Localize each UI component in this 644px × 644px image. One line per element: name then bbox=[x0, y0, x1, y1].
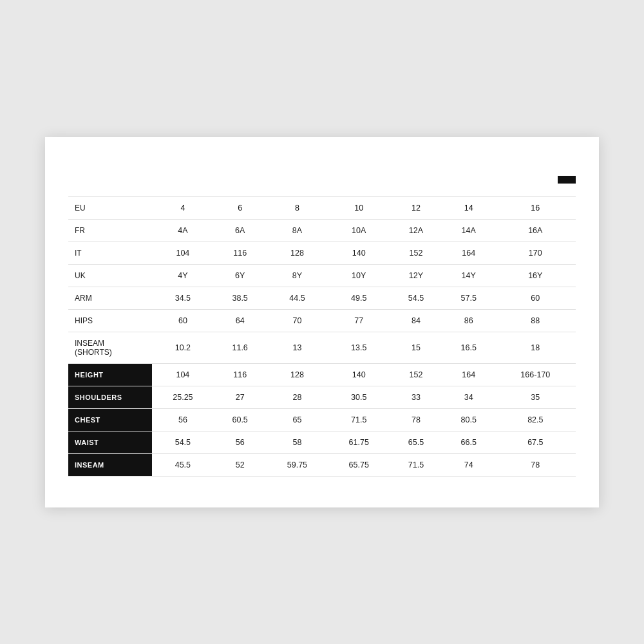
table-cell: 34 bbox=[442, 386, 495, 408]
table-cell: 60.5 bbox=[214, 408, 267, 431]
table-cell: 60 bbox=[152, 309, 214, 332]
table-row: FR4A6A8A10A12A14A16A bbox=[68, 219, 576, 242]
modal-overlay: EU46810121416 FR4A6A8A10A12A14A16AIT1041… bbox=[0, 0, 644, 644]
subheader bbox=[68, 176, 576, 184]
table-cell: 166-170 bbox=[495, 363, 576, 386]
table-row: INSEAM(SHORTS)10.211.61313.51516.518 bbox=[68, 332, 576, 363]
table-cell: 10A bbox=[328, 219, 390, 242]
table-cell: 116 bbox=[214, 363, 267, 386]
table-cell: 61.75 bbox=[328, 431, 390, 453]
unit-toggle-button[interactable] bbox=[558, 176, 576, 184]
table-cell: 8A bbox=[267, 219, 328, 242]
table-cell: 6A bbox=[214, 219, 267, 242]
table-header-size: 4 bbox=[152, 196, 214, 219]
row-label-cell: HEIGHT bbox=[68, 363, 152, 386]
table-header-size: 10 bbox=[328, 196, 390, 219]
table-cell: 74 bbox=[442, 453, 495, 476]
table-cell: 84 bbox=[390, 309, 442, 332]
row-label-cell: IT bbox=[68, 242, 152, 264]
table-cell: 58 bbox=[267, 431, 328, 453]
row-label-cell: CHEST bbox=[68, 408, 152, 431]
table-header-label: EU bbox=[68, 196, 152, 219]
table-cell: 78 bbox=[495, 453, 576, 476]
table-row: ARM34.538.544.549.554.557.560 bbox=[68, 287, 576, 309]
table-cell: 10.2 bbox=[152, 332, 214, 363]
table-row: WAIST54.5565861.7565.566.567.5 bbox=[68, 431, 576, 453]
table-cell: 10Y bbox=[328, 264, 390, 287]
table-row: SHOULDERS25.25272830.5333435 bbox=[68, 386, 576, 408]
table-row: HIPS60647077848688 bbox=[68, 309, 576, 332]
table-cell: 164 bbox=[442, 242, 495, 264]
table-cell: 14A bbox=[442, 219, 495, 242]
table-cell: 33 bbox=[390, 386, 442, 408]
table-cell: 128 bbox=[267, 242, 328, 264]
table-cell: 170 bbox=[495, 242, 576, 264]
table-cell: 45.5 bbox=[152, 453, 214, 476]
table-cell: 30.5 bbox=[328, 386, 390, 408]
table-cell: 71.5 bbox=[390, 453, 442, 476]
table-cell: 18 bbox=[495, 332, 576, 363]
table-cell: 13.5 bbox=[328, 332, 390, 363]
table-cell: 34.5 bbox=[152, 287, 214, 309]
table-cell: 88 bbox=[495, 309, 576, 332]
table-cell: 8Y bbox=[267, 264, 328, 287]
table-cell: 152 bbox=[390, 363, 442, 386]
table-header-size: 6 bbox=[214, 196, 267, 219]
table-cell: 14Y bbox=[442, 264, 495, 287]
row-label-cell: FR bbox=[68, 219, 152, 242]
table-cell: 70 bbox=[267, 309, 328, 332]
table-cell: 12Y bbox=[390, 264, 442, 287]
table-cell: 67.5 bbox=[495, 431, 576, 453]
table-cell: 57.5 bbox=[442, 287, 495, 309]
table-cell: 4Y bbox=[152, 264, 214, 287]
table-cell: 12A bbox=[390, 219, 442, 242]
table-cell: 38.5 bbox=[214, 287, 267, 309]
table-cell: 64 bbox=[214, 309, 267, 332]
table-cell: 71.5 bbox=[328, 408, 390, 431]
table-header-size: 12 bbox=[390, 196, 442, 219]
table-cell: 65.75 bbox=[328, 453, 390, 476]
table-header-size: 14 bbox=[442, 196, 495, 219]
table-cell: 11.6 bbox=[214, 332, 267, 363]
table-cell: 13 bbox=[267, 332, 328, 363]
table-cell: 27 bbox=[214, 386, 267, 408]
row-label-cell: SHOULDERS bbox=[68, 386, 152, 408]
table-row: UK4Y6Y8Y10Y12Y14Y16Y bbox=[68, 264, 576, 287]
table-cell: 60 bbox=[495, 287, 576, 309]
table-cell: 44.5 bbox=[267, 287, 328, 309]
table-cell: 140 bbox=[328, 363, 390, 386]
size-guide-modal: EU46810121416 FR4A6A8A10A12A14A16AIT1041… bbox=[45, 137, 599, 507]
table-cell: 28 bbox=[267, 386, 328, 408]
table-row: INSEAM45.55259.7565.7571.57478 bbox=[68, 453, 576, 476]
row-label-cell: UK bbox=[68, 264, 152, 287]
table-cell: 128 bbox=[267, 363, 328, 386]
row-label-cell: HIPS bbox=[68, 309, 152, 332]
table-cell: 78 bbox=[390, 408, 442, 431]
table-cell: 65 bbox=[267, 408, 328, 431]
table-cell: 80.5 bbox=[442, 408, 495, 431]
table-cell: 104 bbox=[152, 242, 214, 264]
table-header-size: 8 bbox=[267, 196, 328, 219]
table-cell: 56 bbox=[214, 431, 267, 453]
row-label-cell: WAIST bbox=[68, 431, 152, 453]
table-cell: 59.75 bbox=[267, 453, 328, 476]
table-cell: 65.5 bbox=[390, 431, 442, 453]
table-cell: 140 bbox=[328, 242, 390, 264]
table-cell: 4A bbox=[152, 219, 214, 242]
table-cell: 56 bbox=[152, 408, 214, 431]
row-label-cell: INSEAM bbox=[68, 453, 152, 476]
table-cell: 16Y bbox=[495, 264, 576, 287]
table-cell: 152 bbox=[390, 242, 442, 264]
table-cell: 54.5 bbox=[152, 431, 214, 453]
table-cell: 77 bbox=[328, 309, 390, 332]
table-row: IT104116128140152164170 bbox=[68, 242, 576, 264]
table-cell: 25.25 bbox=[152, 386, 214, 408]
table-cell: 104 bbox=[152, 363, 214, 386]
size-table: EU46810121416 FR4A6A8A10A12A14A16AIT1041… bbox=[68, 196, 576, 477]
table-cell: 16.5 bbox=[442, 332, 495, 363]
table-cell: 66.5 bbox=[442, 431, 495, 453]
table-cell: 164 bbox=[442, 363, 495, 386]
row-label-cell: ARM bbox=[68, 287, 152, 309]
table-cell: 35 bbox=[495, 386, 576, 408]
table-header-row: EU46810121416 bbox=[68, 196, 576, 219]
